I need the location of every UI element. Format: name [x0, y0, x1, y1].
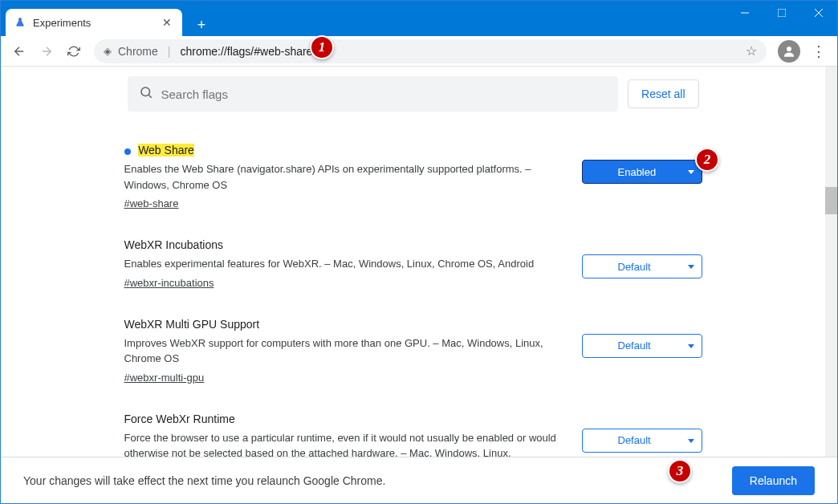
- browser-window: Experiments ✕ + ◈ Chrome | chrome://flag…: [0, 0, 838, 504]
- forward-button[interactable]: [35, 39, 59, 63]
- flag-title: WebXR Incubations: [124, 238, 223, 251]
- tab-experiments[interactable]: Experiments ✕: [6, 9, 182, 36]
- flag-hash-link[interactable]: #web-share: [124, 197, 179, 209]
- svg-point-4: [787, 47, 791, 51]
- flag-select[interactable]: Default: [582, 334, 702, 358]
- maximize-button[interactable]: [763, 1, 800, 25]
- flag-item: WebXR Multi GPU Support Improves WebXR s…: [124, 308, 702, 403]
- new-tab-button[interactable]: +: [190, 14, 213, 36]
- flag-item: Web Share Enables the Web Share (navigat…: [124, 134, 702, 229]
- flag-description: Enables experimental features for WebXR.…: [124, 256, 567, 272]
- reset-all-button[interactable]: Reset all: [628, 79, 698, 108]
- profile-avatar[interactable]: [778, 40, 800, 63]
- address-bar[interactable]: ◈ Chrome | chrome://flags/#web-share ☆: [94, 39, 767, 63]
- back-button[interactable]: [7, 39, 31, 63]
- toolbar: ◈ Chrome | chrome://flags/#web-share ☆ ⋮: [1, 36, 837, 67]
- close-icon[interactable]: ✕: [160, 15, 174, 30]
- search-input[interactable]: [161, 87, 608, 101]
- flag-title: WebXR Multi GPU Support: [124, 318, 260, 331]
- titlebar: Experiments ✕ +: [1, 1, 837, 36]
- annotation-2: 2: [695, 148, 719, 172]
- flag-item: WebXR Incubations Enables experimental f…: [124, 229, 702, 308]
- svg-line-6: [148, 95, 151, 97]
- url-divider: |: [165, 45, 174, 58]
- flag-item: Force WebXr Runtime Force the browser to…: [124, 403, 702, 457]
- footer-bar: Your changes will take effect the next t…: [1, 457, 837, 503]
- reload-button[interactable]: [62, 39, 86, 63]
- search-icon: [139, 85, 153, 104]
- annotation-1: 1: [310, 35, 334, 59]
- minimize-button[interactable]: [726, 1, 763, 25]
- flag-select[interactable]: Enabled: [582, 160, 702, 184]
- svg-point-5: [141, 87, 150, 96]
- flask-icon: [14, 16, 26, 29]
- flag-description: Enables the Web Share (navigator.share) …: [124, 161, 567, 193]
- url-scheme: Chrome: [118, 45, 158, 58]
- footer-message: Your changes will take effect the next t…: [23, 474, 385, 487]
- flag-title: Web Share: [138, 144, 194, 156]
- scrollbar[interactable]: [825, 67, 837, 457]
- menu-button[interactable]: ⋮: [807, 39, 831, 63]
- svg-rect-1: [778, 9, 786, 17]
- chrome-icon: ◈: [104, 45, 112, 57]
- modified-dot-icon: [124, 148, 131, 155]
- flag-select[interactable]: Default: [582, 429, 702, 453]
- flags-page: Reset all Web Share Enables the Web Shar…: [1, 67, 825, 457]
- tabstrip: Experiments ✕ +: [1, 1, 213, 36]
- close-window-button[interactable]: [800, 1, 837, 25]
- flag-description: Improves WebXR support for computers wit…: [124, 335, 567, 367]
- flag-select[interactable]: Default: [582, 254, 702, 278]
- search-box[interactable]: [128, 76, 619, 112]
- flag-hash-link[interactable]: #webxr-multi-gpu: [124, 372, 205, 384]
- scroll-thumb[interactable]: [825, 187, 837, 214]
- relaunch-button[interactable]: Relaunch: [732, 466, 815, 495]
- tab-title: Experiments: [33, 17, 160, 29]
- flag-description: Force the browser to use a particular ru…: [124, 430, 567, 457]
- bookmark-star-icon[interactable]: ☆: [746, 43, 757, 59]
- flag-title: Force WebXr Runtime: [124, 413, 235, 425]
- window-controls: [726, 1, 837, 25]
- content-area: Reset all Web Share Enables the Web Shar…: [1, 67, 837, 457]
- flag-hash-link[interactable]: #webxr-incubations: [124, 277, 214, 289]
- annotation-3: 3: [668, 459, 692, 483]
- url-text: chrome://flags/#web-share: [180, 45, 739, 58]
